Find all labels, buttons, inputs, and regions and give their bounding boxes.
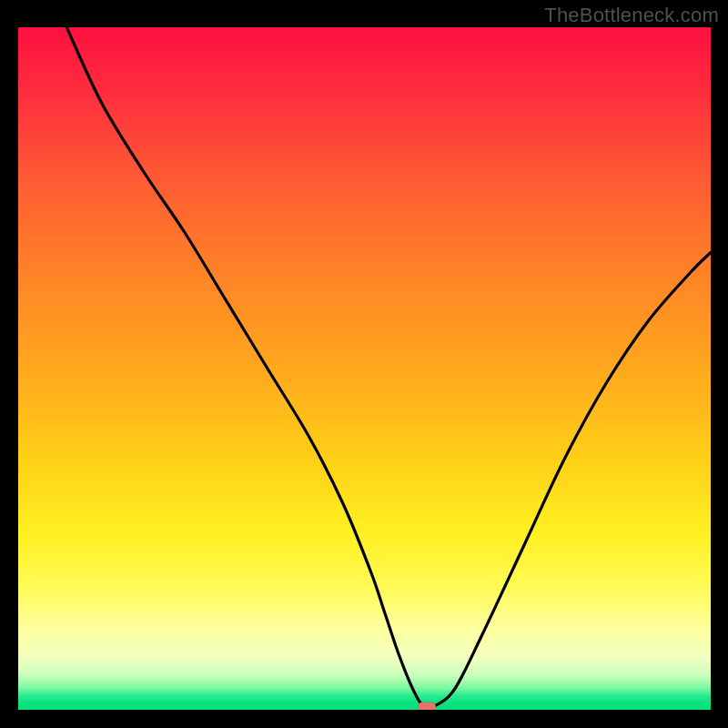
bottleneck-curve <box>18 27 711 710</box>
plot-area <box>18 27 711 710</box>
curve-path <box>66 27 711 709</box>
chart-frame: TheBottleneck.com <box>0 0 728 728</box>
optimum-marker <box>418 703 436 711</box>
watermark-text: TheBottleneck.com <box>544 4 719 27</box>
